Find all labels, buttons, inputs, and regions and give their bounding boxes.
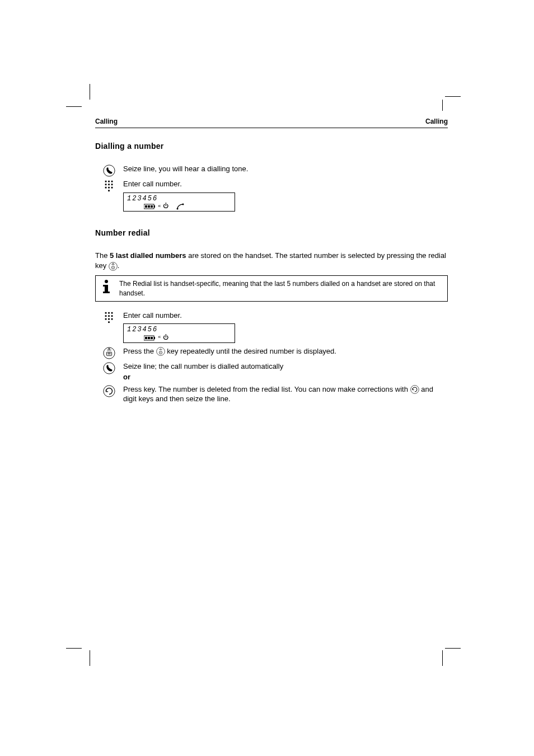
redial-key-icon (156, 347, 165, 356)
talk-key-icon (103, 362, 115, 374)
intro-paragraph: The 5 last dialled numbers are stored on… (95, 251, 448, 271)
keypad-icon (104, 180, 115, 192)
svg-rect-3 (111, 181, 113, 182)
svg-rect-29 (108, 315, 110, 317)
svg-rect-28 (105, 315, 107, 317)
svg-rect-30 (111, 315, 113, 317)
section-title-redial: Number redial (95, 228, 448, 237)
header-right: Calling (425, 118, 448, 125)
redial-key-icon (109, 262, 118, 271)
step-row: Enter call number. 123456 « ⏻ (95, 179, 448, 213)
info-icon (100, 279, 113, 295)
svg-rect-5 (108, 184, 110, 185)
handset-display: 123456 « ⏻ (123, 323, 235, 342)
info-text: The Redial list is handset-specific, mea… (119, 279, 443, 297)
svg-rect-38 (151, 337, 153, 339)
svg-rect-4 (105, 184, 107, 185)
redial-key-icon (103, 347, 115, 359)
svg-point-46 (160, 353, 161, 353)
svg-rect-26 (108, 312, 110, 314)
info-box: The Redial list is handset-specific, mea… (95, 275, 448, 301)
svg-rect-9 (111, 187, 113, 189)
step-text: Enter call number. (123, 179, 448, 189)
signal-icon: « (158, 335, 161, 341)
display-number: 123456 (127, 326, 231, 334)
step-text: Press the key repeatedly until the desir… (123, 346, 448, 356)
svg-rect-39 (154, 337, 155, 339)
svg-rect-13 (148, 205, 150, 208)
step-text: Enter call number. (123, 311, 448, 321)
svg-point-21 (105, 280, 108, 283)
step-row: Seize line; the call number is dialled a… (95, 361, 448, 382)
svg-point-16 (177, 208, 179, 209)
svg-rect-15 (154, 205, 155, 208)
step-or: or (123, 372, 448, 382)
svg-rect-8 (108, 187, 110, 189)
svg-rect-7 (105, 187, 107, 189)
svg-rect-33 (111, 318, 113, 320)
handset-display: 123456 « ⏻ (123, 192, 235, 212)
step-text: Seize line; the call number is dialled a… (123, 361, 448, 372)
svg-rect-6 (111, 184, 113, 185)
svg-rect-12 (145, 205, 147, 208)
svg-point-20 (113, 267, 113, 267)
step-text: Seize line, you will hear a dialling ton… (123, 164, 448, 174)
header-left: Calling (95, 118, 118, 125)
svg-rect-24 (103, 292, 110, 293)
power-icon: ⏻ (163, 203, 169, 210)
display-number: 123456 (127, 195, 231, 203)
svg-rect-36 (145, 337, 147, 339)
handset-icon (176, 203, 184, 210)
svg-rect-14 (151, 205, 153, 208)
section-title-dialling: Dialling a number (95, 142, 448, 151)
svg-rect-10 (108, 190, 110, 191)
svg-point-17 (182, 203, 184, 205)
svg-rect-27 (111, 312, 113, 314)
page-header: Calling Calling (95, 118, 448, 128)
svg-rect-2 (108, 181, 110, 182)
svg-rect-32 (108, 318, 110, 320)
step-row: Press key. The number is deleted from th… (95, 384, 448, 404)
svg-rect-23 (103, 285, 106, 287)
page-content: Calling Calling Dialling a number Seize … (95, 118, 448, 406)
svg-rect-31 (105, 318, 107, 320)
step-row: Enter call number. 123456 « ⏻ (95, 311, 448, 344)
power-icon: ⏻ (163, 335, 169, 341)
svg-rect-1 (105, 181, 107, 182)
step-row: Seize line, you will hear a dialling ton… (95, 164, 448, 177)
keypad-icon (104, 311, 115, 323)
svg-rect-25 (105, 312, 107, 314)
svg-rect-34 (108, 321, 110, 323)
battery-icon (144, 335, 156, 341)
signal-icon: « (158, 204, 161, 210)
talk-key-icon (103, 165, 115, 177)
last-number-key-icon (103, 385, 115, 397)
svg-point-49 (410, 386, 419, 394)
battery-icon (144, 204, 156, 209)
step-text: Press key. The number is deleted from th… (123, 384, 448, 404)
last-number-key-icon (410, 385, 419, 394)
svg-rect-37 (148, 337, 150, 339)
step-row: Press the key repeatedly until the desir… (95, 346, 448, 359)
svg-point-48 (104, 386, 115, 397)
